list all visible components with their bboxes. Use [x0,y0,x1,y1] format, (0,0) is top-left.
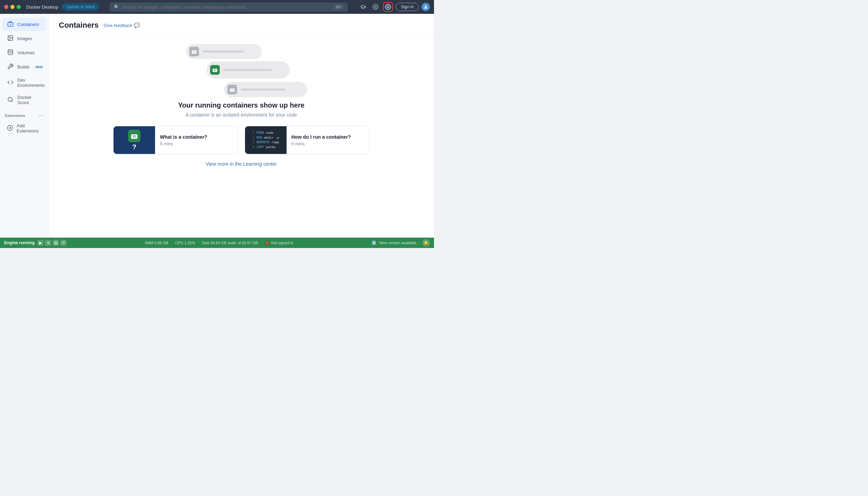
signin-status: 🔕 Not signed in [265,241,293,245]
engine-running-label: Engine running [4,240,35,245]
titlebar-right: Sign in [358,2,430,12]
sidebar-label-dev-environments: Dev Environments [17,77,45,88]
add-extensions-icon [7,125,13,132]
search-icon: 🔍 [114,4,119,10]
sidebar-label-volumes: Volumes [17,50,35,55]
illustration-icon-2 [210,65,220,75]
sidebar-label-builds: Builds [17,64,29,70]
card-duration-run: 6 mins [291,141,351,146]
illustration-line-2 [223,69,272,71]
feedback-label: Give feedback [103,23,132,28]
view-more-link[interactable]: View more in the Learning center [206,161,277,167]
feedback-icon: 💬 [134,22,140,28]
container-illustration [179,40,304,96]
card-content-run: How do I run a container? 6 mins [287,130,356,150]
code-thumbnail: 1FROMnode 2RUNmkdir -p 3WORKDIR/app 4COP… [250,129,282,151]
statusbar-left: Engine running ▶ ⏸ ⏻ ⟳ [4,240,66,246]
settings-icon-button[interactable] [371,2,380,12]
card-thumbnail-what: ? [114,126,155,154]
learn-icon-button[interactable] [358,2,368,12]
images-icon [7,35,14,42]
card-content-what: What is a container? 5 mins [155,130,212,150]
sidebar-label-images: Images [17,36,32,41]
search-kbd: ⌘K [333,4,344,10]
illustration-pill-2 [207,61,290,79]
svg-point-2 [425,5,427,7]
cpu-status: CPU 1.25% [175,241,195,245]
illustration-line-3 [241,89,286,91]
close-button[interactable] [4,5,8,9]
card-title-run: How do I run a container? [291,134,351,140]
app-name: Docker Desktop [26,4,58,10]
gear-icon-button[interactable] [383,2,393,12]
dev-env-icon [7,79,14,86]
search-bar[interactable]: 🔍 ⌘K [110,2,348,12]
content-area: Containers Give feedback 💬 [48,14,434,238]
extensions-menu-button[interactable]: ⋯ [38,113,43,118]
mute-icon: 🔕 [265,241,270,245]
maximize-button[interactable] [17,5,21,9]
empty-state-title: Your running containers show up here [178,101,304,109]
svg-point-9 [8,97,12,101]
illustration-icon-3 [227,85,237,94]
search-input[interactable] [122,4,331,10]
disk-status: Disk 56.64 GB avail. of 62.67 GB [202,241,258,245]
engine-restart-button[interactable]: ⟳ [60,240,66,246]
update-button[interactable]: Update to latest [62,3,99,11]
notification-button[interactable]: 🔔 [422,239,430,247]
docker-scout-icon [7,97,14,104]
svg-point-1 [387,6,389,8]
illustration-pill-3 [224,82,307,97]
extensions-section: Extensions ⋯ [0,109,48,120]
empty-state: Your running containers show up here A c… [48,34,434,238]
new-version-text: New version available... [379,241,419,245]
builds-new-badge: NEW [34,65,44,69]
extensions-label: Extensions [5,113,25,118]
minimize-button[interactable] [10,5,15,9]
add-extensions-label: Add Extensions [17,123,41,134]
sidebar-item-dev-environments[interactable]: Dev Environments BETA [2,74,46,91]
learn-card-how-run[interactable]: 1FROMnode 2RUNmkdir -p 3WORKDIR/app 4COP… [245,126,369,154]
sidebar-item-images[interactable]: Images [2,32,46,45]
svg-point-7 [9,37,10,37]
illustration-icon-1 [189,47,199,56]
card-thumbnail-run: 1FROMnode 2RUNmkdir -p 3WORKDIR/app 4COP… [245,126,287,154]
card-duration-what: 5 mins [160,141,207,146]
containers-icon [7,21,14,28]
sidebar-item-containers[interactable]: Containers [2,18,46,31]
sidebar-label-containers: Containers [17,22,39,27]
ram-status: RAM 0.86 GB [145,241,168,245]
traffic-lights [4,5,21,9]
svg-point-0 [375,6,377,8]
sidebar-item-docker-scout[interactable]: Docker Scout [2,92,46,108]
statusbar: Engine running ▶ ⏸ ⏻ ⟳ RAM 0.86 GB CPU 1… [0,238,434,248]
learn-card-what-is-container[interactable]: ? What is a container? 5 mins [113,126,238,154]
info-icon: ℹ️ [372,241,377,245]
engine-pause-button[interactable]: ⏸ [45,240,51,246]
titlebar: Docker Desktop Update to latest 🔍 ⌘K Sig… [0,0,434,14]
volumes-icon [7,49,14,56]
learn-cards-row: ? What is a container? 5 mins 1FROMnode … [113,126,369,154]
sidebar: Containers Images Volumes Builds NEW [0,14,48,238]
engine-controls: ▶ ⏸ ⏻ ⟳ [37,240,66,246]
engine-play-button[interactable]: ▶ [37,240,44,246]
svg-point-8 [8,50,13,52]
illustration-line-1 [202,50,244,53]
engine-stop-button[interactable]: ⏻ [53,240,59,246]
main-layout: Containers Images Volumes Builds NEW [0,14,434,238]
builds-icon [7,63,14,71]
card-title-what: What is a container? [160,134,207,140]
page-title: Containers [59,21,99,30]
feedback-link[interactable]: Give feedback 💬 [103,22,140,28]
empty-state-subtitle: A container is an isolated environment f… [186,112,297,118]
sidebar-item-volumes[interactable]: Volumes [2,46,46,59]
signin-button[interactable]: Sign in [396,3,419,11]
content-header: Containers Give feedback 💬 [48,14,434,34]
statusbar-right: ℹ️ New version available... 🔔 [372,239,430,247]
sidebar-item-builds[interactable]: Builds NEW [2,60,46,74]
add-extensions-item[interactable]: Add Extensions [2,120,46,137]
avatar[interactable] [422,3,430,11]
sidebar-label-docker-scout: Docker Scout [17,95,41,105]
statusbar-center: RAM 0.86 GB CPU 1.25% Disk 56.64 GB avai… [145,241,293,245]
illustration-pill-1 [186,44,262,59]
